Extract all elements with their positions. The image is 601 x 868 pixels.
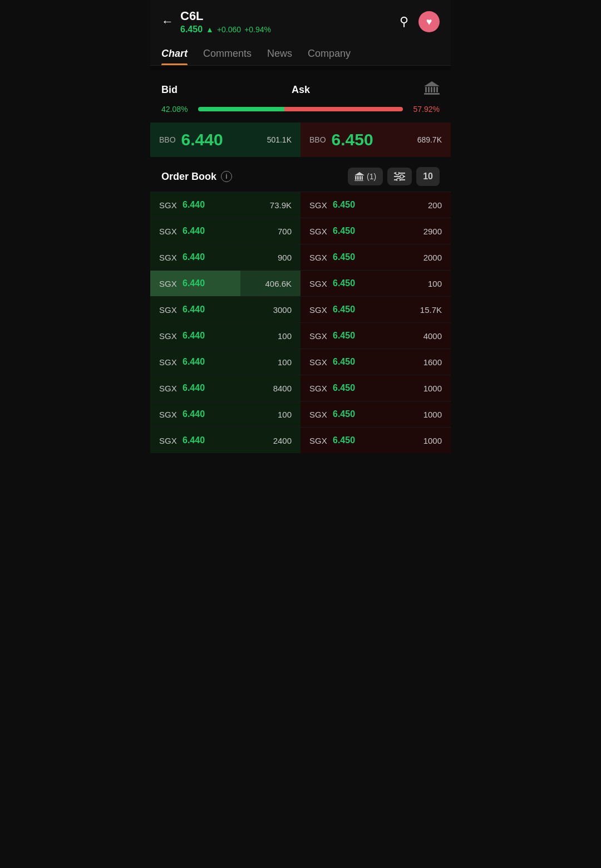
bid-price: 6.440: [183, 331, 205, 341]
ask-qty: 2900: [423, 227, 442, 236]
ask-cell: SGX 6.450 15.7K: [300, 297, 451, 322]
ask-price: 6.450: [333, 435, 355, 445]
ticker-info: C6L 6.450 ▲ +0.060 +0.94%: [180, 9, 271, 35]
svg-rect-11: [362, 176, 363, 180]
bid-exchange: SGX: [159, 384, 179, 393]
bbo-section: Bid Ask 42.08% 57.92%: [150, 70, 451, 114]
svg-rect-3: [433, 87, 435, 92]
ask-exchange: SGX: [309, 331, 329, 341]
bid-ask-progress: 42.08% 57.92%: [161, 105, 440, 114]
ask-exchange: SGX: [309, 436, 329, 445]
bbo-bid-side: BBO 6.440 501.1K: [150, 122, 300, 157]
bid-cell: SGX 6.440 73.9K: [150, 192, 300, 218]
svg-rect-0: [425, 87, 427, 92]
bid-label: Bid: [161, 84, 178, 96]
ask-cell: SGX 6.450 1000: [300, 375, 451, 401]
bid-qty: 100: [278, 331, 292, 341]
bid-cell: SGX 6.440 8400: [150, 375, 300, 401]
ask-qty: 200: [428, 200, 442, 210]
svg-rect-6: [424, 93, 440, 95]
ask-exchange: SGX: [309, 253, 329, 262]
order-book-controls: (1) 10: [348, 167, 440, 186]
bid-qty: 900: [278, 253, 292, 262]
svg-marker-12: [354, 172, 364, 175]
bid-exchange: SGX: [159, 410, 179, 419]
bid-percentage: 42.08%: [161, 105, 194, 114]
bbo-ask-label: BBO: [309, 135, 326, 144]
bid-qty: 73.9K: [270, 200, 292, 210]
ask-exchange: SGX: [309, 227, 329, 236]
header-left: ← C6L 6.450 ▲ +0.060 +0.94%: [161, 9, 271, 35]
bid-cell: SGX 6.440 2400: [150, 428, 300, 453]
bid-exchange: SGX: [159, 253, 179, 262]
bid-cell: SGX 6.440 100: [150, 401, 300, 427]
ask-price: 6.450: [333, 278, 355, 288]
bid-price: 6.440: [183, 435, 205, 445]
ask-qty: 15.7K: [420, 305, 442, 315]
svg-rect-8: [357, 176, 358, 180]
bid-ask-header: Bid Ask: [161, 81, 440, 98]
bid-qty: 8400: [273, 384, 292, 393]
ask-exchange: SGX: [309, 357, 329, 367]
svg-point-19: [397, 178, 400, 181]
bid-cell: SGX 6.440 406.6K: [150, 271, 300, 296]
table-row: SGX 6.440 100 SGX 6.450 1600: [150, 349, 451, 375]
svg-point-18: [400, 175, 403, 178]
bbo-ask-price: 6.450: [332, 130, 373, 149]
order-book-title: Order Book i: [161, 171, 232, 183]
bbo-row: BBO 6.440 501.1K BBO 6.450 689.7K: [150, 122, 451, 157]
ask-bar: [284, 107, 403, 111]
bid-qty: 100: [278, 410, 292, 419]
bank-icon: [424, 81, 440, 98]
tab-chart[interactable]: Chart: [161, 41, 188, 65]
depth-button[interactable]: 10: [416, 167, 440, 186]
ask-qty: 1000: [423, 436, 442, 445]
table-row: SGX 6.440 406.6K SGX 6.450 100: [150, 270, 451, 296]
ask-label: Ask: [292, 84, 310, 96]
table-row: SGX 6.440 900 SGX 6.450 2000: [150, 244, 451, 270]
bbo-bid-price: 6.440: [181, 130, 223, 149]
bid-cell: SGX 6.440 900: [150, 244, 300, 270]
settings-button[interactable]: [387, 168, 412, 185]
back-button[interactable]: ←: [161, 14, 174, 29]
bid-qty: 2400: [273, 436, 292, 445]
ticker-symbol: C6L: [180, 9, 271, 23]
svg-rect-10: [360, 176, 361, 180]
ask-cell: SGX 6.450 2900: [300, 218, 451, 244]
ask-qty: 1600: [423, 357, 442, 367]
tab-comments[interactable]: Comments: [203, 41, 252, 65]
search-icon[interactable]: ⚲: [400, 14, 408, 29]
progress-bar: [198, 107, 403, 111]
table-row: SGX 6.440 700 SGX 6.450 2900: [150, 218, 451, 244]
bid-price: 6.440: [183, 252, 205, 262]
table-row: SGX 6.440 73.9K SGX 6.450 200: [150, 192, 451, 218]
svg-rect-7: [355, 176, 356, 180]
bid-exchange: SGX: [159, 200, 179, 210]
bank-filter-button[interactable]: (1): [348, 168, 383, 185]
ask-price: 6.450: [333, 409, 355, 419]
tab-news[interactable]: News: [267, 41, 292, 65]
tab-company[interactable]: Company: [308, 41, 351, 65]
order-book-table: SGX 6.440 73.9K SGX 6.450 200 SGX 6.440 …: [150, 192, 451, 453]
ask-qty: 4000: [423, 331, 442, 341]
ask-qty: 2000: [423, 253, 442, 262]
favorite-button[interactable]: ♥: [418, 11, 440, 32]
info-icon[interactable]: i: [221, 171, 232, 182]
ask-cell: SGX 6.450 200: [300, 192, 451, 218]
header: ← C6L 6.450 ▲ +0.060 +0.94% ⚲ ♥: [150, 0, 451, 41]
bid-qty: 100: [278, 357, 292, 367]
bid-bar: [198, 107, 284, 111]
table-row: SGX 6.440 100 SGX 6.450 4000: [150, 322, 451, 349]
bid-cell: SGX 6.440 100: [150, 323, 300, 349]
bid-price: 6.440: [183, 226, 205, 236]
ask-exchange: SGX: [309, 200, 329, 210]
ask-exchange: SGX: [309, 384, 329, 393]
ask-cell: SGX 6.450 1000: [300, 428, 451, 453]
bid-cell: SGX 6.440 100: [150, 349, 300, 375]
bid-exchange: SGX: [159, 331, 179, 341]
bid-price: 6.440: [183, 278, 205, 288]
bid-cell: SGX 6.440 700: [150, 218, 300, 244]
table-row: SGX 6.440 3000 SGX 6.450 15.7K: [150, 296, 451, 322]
price-change-pct: +0.94%: [244, 25, 271, 34]
ask-cell: SGX 6.450 4000: [300, 323, 451, 349]
